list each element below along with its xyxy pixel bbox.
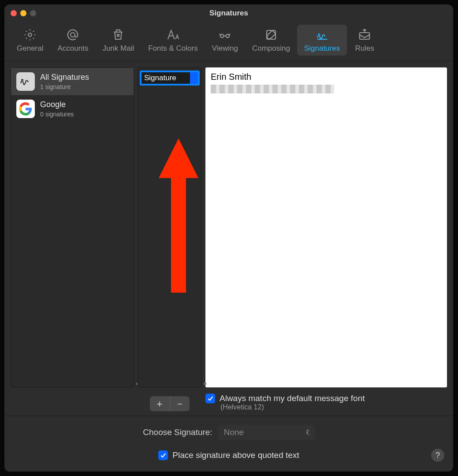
- always-match-checkbox[interactable]: [205, 394, 215, 403]
- tab-composing[interactable]: Composing: [245, 25, 297, 56]
- signature-icon: [16, 72, 35, 91]
- signature-name-input[interactable]: [141, 72, 190, 84]
- signatures-panes: All Signatures 1 signature Google 0 sign…: [4, 61, 453, 394]
- preferences-toolbar: General Accounts Junk Mail Fonts & Color…: [4, 22, 453, 61]
- traffic-lights: [4, 6, 42, 21]
- svg-point-1: [71, 33, 75, 37]
- tab-general[interactable]: General: [10, 25, 50, 56]
- tab-accounts[interactable]: Accounts: [50, 25, 95, 56]
- tab-label: Signatures: [304, 44, 340, 53]
- window-title: Signatures: [4, 4, 453, 22]
- account-name: Google: [40, 100, 74, 109]
- help-button[interactable]: ?: [431, 449, 444, 462]
- place-above-label: Place signature above quoted text: [172, 450, 299, 460]
- compose-icon: [264, 28, 278, 41]
- at-icon: [66, 28, 79, 41]
- signature-editor[interactable]: Erin Smith: [205, 67, 447, 387]
- glasses-icon: [218, 28, 231, 41]
- place-above-checkbox[interactable]: [158, 450, 168, 460]
- account-row-all[interactable]: All Signatures 1 signature: [11, 68, 134, 95]
- account-text: Google 0 signatures: [40, 100, 74, 118]
- account-name: All Signatures: [40, 73, 89, 82]
- default-font-note: (Helvetica 12): [220, 403, 447, 411]
- tab-signatures[interactable]: Signatures: [297, 25, 347, 56]
- accounts-list[interactable]: All Signatures 1 signature Google 0 sign…: [11, 67, 134, 387]
- tab-label: Accounts: [57, 44, 88, 53]
- signature-icon: [316, 28, 329, 41]
- svg-point-0: [28, 33, 32, 37]
- svg-point-3: [226, 34, 230, 38]
- rules-icon: [358, 28, 371, 41]
- window-minimize-button[interactable]: [20, 10, 26, 16]
- signature-line-redacted: [211, 85, 334, 93]
- gear-icon: [23, 28, 37, 41]
- remove-signature-button[interactable]: －: [170, 396, 190, 411]
- trash-x-icon: [112, 28, 125, 41]
- titlebar: Signatures: [4, 4, 453, 22]
- tab-label: Viewing: [212, 44, 238, 53]
- footer: Choose Signature: None Place signature a…: [4, 416, 453, 472]
- column-resize-handle[interactable]: [204, 383, 206, 385]
- always-match-label: Always match my default message font: [220, 394, 365, 403]
- account-row-google[interactable]: Google 0 signatures: [11, 95, 134, 123]
- add-remove-segmented: ＋ －: [150, 396, 190, 411]
- place-above-row[interactable]: Place signature above quoted text: [12, 450, 445, 460]
- add-signature-button[interactable]: ＋: [150, 396, 170, 411]
- below-columns-row: ＋ － Always match my default message font…: [4, 394, 453, 416]
- window-close-button[interactable]: [11, 10, 17, 16]
- account-count: 0 signatures: [40, 111, 74, 118]
- choose-signature-select[interactable]: None: [218, 425, 315, 440]
- tab-viewing[interactable]: Viewing: [205, 25, 245, 56]
- tab-label: Junk Mail: [102, 44, 134, 53]
- choose-signature-value: None: [224, 428, 244, 437]
- signature-line-name: Erin Smith: [211, 72, 442, 82]
- google-icon: [16, 100, 35, 118]
- signatures-list[interactable]: [138, 67, 202, 387]
- account-text: All Signatures 1 signature: [40, 73, 89, 90]
- font-icon: [166, 28, 179, 41]
- tab-label: Composing: [252, 44, 290, 53]
- tab-label: General: [17, 44, 43, 53]
- choose-signature-row: Choose Signature: None: [12, 425, 445, 440]
- account-count: 1 signature: [40, 83, 89, 90]
- tab-label: Rules: [355, 44, 374, 53]
- preferences-window: Signatures General Accounts Junk Mail F: [4, 4, 453, 472]
- tab-junk-mail[interactable]: Junk Mail: [95, 25, 141, 56]
- signature-item-editing[interactable]: [140, 71, 200, 86]
- window-zoom-button[interactable]: [30, 10, 36, 16]
- tab-label: Fonts & Colors: [148, 44, 197, 53]
- svg-point-2: [220, 34, 224, 38]
- always-match-font-row[interactable]: Always match my default message font: [205, 394, 447, 403]
- signature-editor-column: Erin Smith: [205, 67, 447, 387]
- tab-fonts-colors[interactable]: Fonts & Colors: [141, 25, 205, 56]
- choose-signature-label: Choose Signature:: [143, 428, 212, 437]
- tab-rules[interactable]: Rules: [347, 25, 382, 56]
